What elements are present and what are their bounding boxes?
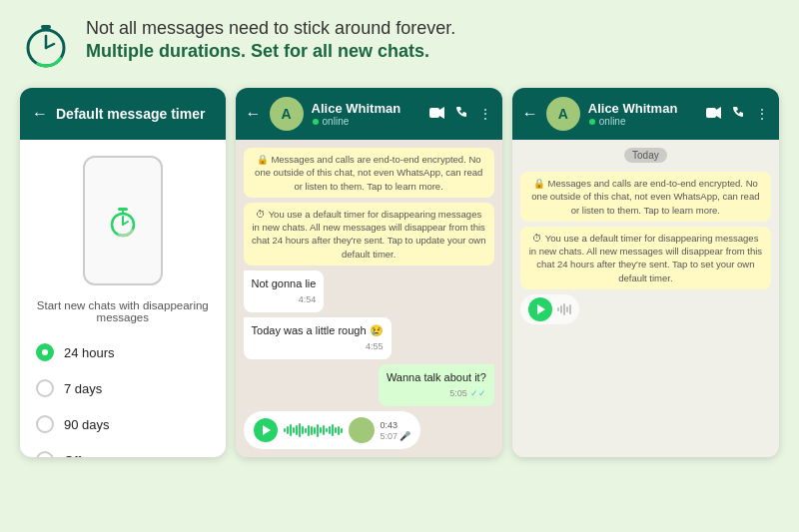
- settings-description: Start new chats with disappearing messag…: [34, 299, 212, 323]
- header-line1: Not all messages need to stick around fo…: [86, 18, 455, 39]
- waveform-bar: [296, 425, 298, 435]
- waveform-bar: [323, 425, 325, 435]
- message-2-meta: 4:55: [252, 340, 384, 353]
- svg-rect-12: [706, 108, 716, 118]
- contact-avatar-2: A: [270, 97, 304, 131]
- voice-meta: 0:43 5:07 🎤: [381, 420, 411, 441]
- more-icon-3[interactable]: ⋮: [755, 106, 769, 122]
- waveform-bar: [290, 424, 292, 436]
- settings-panel: ← Default message timer Start new chats …: [20, 88, 226, 457]
- panels-container: ← Default message timer Start new chats …: [20, 88, 779, 457]
- contact-status-3: online: [588, 116, 698, 127]
- settings-title: Default message timer: [56, 106, 214, 122]
- play-button-3[interactable]: [528, 297, 552, 321]
- timer-icon: [20, 18, 72, 70]
- encryption-notice-3: 🔒 Messages and calls are end-to-end encr…: [520, 172, 771, 222]
- waveform-bar: [335, 427, 337, 433]
- chat-body-2: 🔒 Messages and calls are end-to-end encr…: [236, 140, 502, 457]
- option-24hours[interactable]: 24 hours: [34, 337, 212, 367]
- back-button[interactable]: ←: [32, 105, 48, 123]
- contact-name-3: Alice Whitman: [588, 101, 698, 116]
- page-header: Not all messages need to stick around fo…: [20, 18, 779, 70]
- svg-marker-13: [716, 107, 721, 119]
- video-call-icon-2[interactable]: [429, 106, 445, 122]
- chat-back-button-3[interactable]: ←: [522, 105, 538, 123]
- waveform-bar: [326, 428, 328, 432]
- read-ticks: ✓✓: [470, 387, 486, 400]
- mic-icon: 🎤: [400, 431, 410, 441]
- svg-rect-5: [118, 208, 128, 211]
- waveform-bar: [287, 426, 289, 434]
- waveform: [284, 422, 343, 438]
- svg-marker-10: [439, 107, 444, 119]
- video-call-icon-3[interactable]: [706, 106, 722, 122]
- encryption-notice-2: 🔒 Messages and calls are end-to-end encr…: [244, 148, 494, 198]
- contact-status-2: online: [312, 116, 421, 127]
- contact-name-2: Alice Whitman: [312, 101, 421, 116]
- play-button[interactable]: [254, 418, 278, 442]
- svg-point-11: [589, 119, 595, 125]
- svg-rect-1: [41, 25, 51, 29]
- radio-off[interactable]: [36, 451, 54, 457]
- contact-info-3: Alice Whitman online: [588, 101, 698, 127]
- radio-7days[interactable]: [36, 379, 54, 397]
- contact-avatar-3: A: [546, 97, 580, 131]
- waveform-bar: [341, 428, 343, 433]
- chat-header-2: ← A Alice Whitman online ⋮: [236, 88, 502, 140]
- online-indicator-3: [588, 118, 596, 126]
- waveform-bar: [314, 427, 316, 434]
- voice-duration: 0:43: [381, 420, 411, 430]
- label-90days: 90 days: [64, 417, 110, 432]
- duration-options: 24 hours 7 days 90 days Off: [34, 337, 212, 457]
- waveform-bar: [338, 426, 340, 435]
- phone-illustration: [83, 156, 163, 285]
- contact-info-2: Alice Whitman online: [312, 101, 421, 127]
- message-1: Not gonna lie 4:54: [244, 270, 325, 312]
- chat-panel-simple: ← A Alice Whitman online ⋮: [512, 88, 779, 457]
- chat-header-icons-3: ⋮: [706, 106, 769, 122]
- settings-body: Start new chats with disappearing messag…: [20, 140, 226, 457]
- radio-24hours[interactable]: [36, 343, 54, 361]
- voice-avatar: [349, 417, 375, 443]
- header-line2: Multiple durations. Set for all new chat…: [86, 41, 455, 62]
- settings-header: ← Default message timer: [20, 88, 226, 140]
- chat-back-button-2[interactable]: ←: [246, 105, 262, 123]
- svg-point-8: [313, 119, 319, 125]
- radio-90days[interactable]: [36, 415, 54, 433]
- message-3: Wanna talk about it? 5:05 ✓✓: [379, 364, 494, 406]
- partial-voice-message: [520, 294, 579, 324]
- option-off[interactable]: Off: [34, 445, 212, 457]
- waveform-3: [557, 301, 571, 317]
- waveform-bar: [293, 427, 295, 433]
- waveform-bar: [299, 423, 301, 437]
- waveform-bar: [308, 425, 310, 436]
- phone-icon-3[interactable]: [732, 106, 745, 122]
- chat-panel-messages: ← A Alice Whitman online ⋮: [236, 88, 502, 457]
- timer-notice-2: ⏱ You use a default timer for disappeari…: [244, 203, 494, 266]
- label-7days: 7 days: [64, 381, 102, 396]
- waveform-bar: [311, 426, 313, 435]
- waveform-bar: [329, 426, 331, 434]
- waveform-bar: [317, 424, 319, 437]
- voice-message: 0:43 5:07 🎤: [244, 411, 421, 449]
- phone-icon-2[interactable]: [455, 106, 468, 122]
- option-90days[interactable]: 90 days: [34, 409, 212, 439]
- message-1-meta: 4:54: [252, 293, 317, 306]
- waveform-bar: [284, 428, 286, 432]
- more-icon-2[interactable]: ⋮: [478, 106, 492, 122]
- chat-body-3: Today 🔒 Messages and calls are end-to-en…: [512, 140, 779, 457]
- option-7days[interactable]: 7 days: [34, 373, 212, 403]
- timer-notice-3: ⏱ You use a default timer for disappeari…: [520, 227, 771, 289]
- waveform-bar: [332, 424, 334, 436]
- message-2: Today was a little rough 😢 4:55: [244, 317, 392, 359]
- label-24hours: 24 hours: [64, 345, 115, 360]
- date-label: Today: [624, 148, 667, 163]
- label-off: Off: [64, 453, 81, 458]
- online-indicator-2: [312, 118, 320, 126]
- chat-header-3: ← A Alice Whitman online ⋮: [512, 88, 779, 140]
- voice-time: 5:07 🎤: [381, 431, 411, 441]
- waveform-bar: [302, 426, 304, 434]
- svg-rect-9: [429, 108, 439, 118]
- header-text: Not all messages need to stick around fo…: [86, 18, 455, 62]
- chat-header-icons-2: ⋮: [429, 106, 492, 122]
